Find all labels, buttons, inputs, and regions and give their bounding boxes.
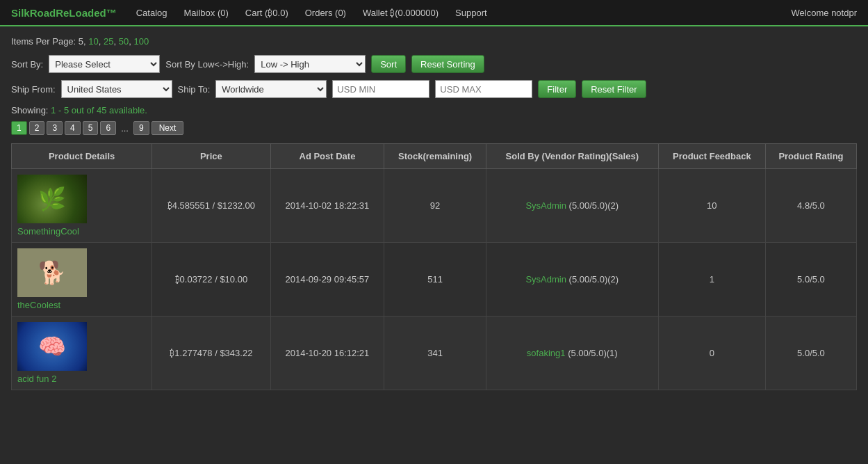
page-next[interactable]: Next [152, 121, 184, 135]
stock-cell-0: 92 [384, 169, 486, 243]
sort-button[interactable]: Sort [371, 55, 406, 73]
col-stock: Stock(remaining) [384, 144, 486, 169]
items-10[interactable]: 10 [88, 36, 98, 47]
items-per-page-row: Items Per Page: 5, 10, 25, 50, 100 [11, 36, 857, 47]
usd-max-input[interactable] [435, 80, 532, 98]
showing-row: Showing: 1 - 5 out of 45 available. [11, 105, 857, 115]
page-ellipsis: ... [118, 122, 131, 135]
price-cell-0: ₿4.585551 / $1232.00 [152, 169, 270, 243]
nav-orders[interactable]: Orders (0) [305, 8, 346, 18]
product-cell-0: 🌿 SomethingCool [12, 169, 152, 243]
reset-sorting-button[interactable]: Reset Sorting [411, 55, 484, 73]
vendor-cell-0: SysAdmin (5.00/5.0)(2) [486, 169, 658, 243]
table-row: 🧠 acid fun 2 ₿1.277478 / $343.222014-10-… [12, 317, 857, 390]
page-3[interactable]: 3 [47, 121, 63, 135]
product-name-1[interactable]: theCoolest [17, 300, 60, 310]
ship-from-select[interactable]: United States [61, 80, 172, 98]
catalog-table: Product Details Price Ad Post Date Stock… [11, 143, 857, 390]
brand[interactable]: SilkRoadReLoaded™ [11, 7, 117, 19]
col-price: Price [152, 144, 270, 169]
navbar: SilkRoadReLoaded™ Catalog Mailbox (0) Ca… [0, 0, 868, 26]
page-1[interactable]: 1 [11, 121, 27, 135]
items-50[interactable]: 50 [119, 36, 129, 47]
col-product-feedback: Product Feedback [658, 144, 765, 169]
page-4[interactable]: 4 [65, 121, 81, 135]
ship-from-label: Ship From: [11, 84, 56, 95]
filter-button[interactable]: Filter [538, 80, 576, 98]
main-content: Items Per Page: 5, 10, 25, 50, 100 Sort … [0, 26, 868, 400]
vendor-link-1[interactable]: SysAdmin [525, 274, 566, 285]
vendor-cell-2: sofaking1 (5.00/5.0)(1) [486, 317, 658, 390]
nav-support[interactable]: Support [455, 8, 487, 18]
ship-to-select[interactable]: Worldwide [215, 80, 327, 98]
feedback-cell-2: 0 [658, 317, 765, 390]
showing-label: Showing: [11, 105, 48, 115]
nav-cart[interactable]: Cart (₿0.0) [245, 8, 288, 18]
product-name-2[interactable]: acid fun 2 [17, 374, 56, 384]
vendor-link-2[interactable]: sofaking1 [527, 348, 566, 358]
col-product-details: Product Details [12, 144, 152, 169]
items-5: 5, [79, 36, 88, 47]
rating-cell-0: 4.8/5.0 [765, 169, 856, 243]
filter-row: Ship From: United States Ship To: Worldw… [11, 80, 857, 98]
nav-catalog[interactable]: Catalog [136, 8, 167, 18]
feedback-cell-0: 10 [658, 169, 765, 243]
sort-by-select[interactable]: Please Select [49, 55, 160, 73]
vendor-link-0[interactable]: SysAdmin [525, 200, 566, 211]
price-cell-1: ₿0.03722 / $10.00 [152, 243, 270, 317]
table-row: 🌿 SomethingCool ₿4.585551 / $1232.002014… [12, 169, 857, 243]
stock-cell-2: 341 [384, 317, 486, 390]
product-name-0[interactable]: SomethingCool [17, 226, 79, 237]
price-cell-2: ₿1.277478 / $343.22 [152, 317, 270, 390]
welcome-text: Welcome notdpr [792, 8, 857, 18]
vendor-cell-1: SysAdmin (5.00/5.0)(2) [486, 243, 658, 317]
sort-by-label: Sort By: [11, 59, 43, 70]
stock-cell-1: 511 [384, 243, 486, 317]
product-cell-2: 🧠 acid fun 2 [12, 317, 152, 390]
usd-min-input[interactable] [332, 80, 429, 98]
product-image-2[interactable]: 🧠 [17, 322, 87, 371]
date-cell-2: 2014-10-20 16:12:21 [270, 317, 384, 390]
items-100[interactable]: 100 [133, 36, 149, 47]
reset-filter-button[interactable]: Reset Filter [582, 80, 646, 98]
feedback-cell-1: 1 [658, 243, 765, 317]
product-image-1[interactable]: 🐕 [17, 248, 87, 297]
items-per-page-label: Items Per Page: [11, 36, 76, 47]
date-cell-1: 2014-09-29 09:45:57 [270, 243, 384, 317]
date-cell-0: 2014-10-02 18:22:31 [270, 169, 384, 243]
sort-low-high-label: Sort By Low<->High: [165, 59, 249, 70]
table-row: 🐕 theCoolest ₿0.03722 / $10.002014-09-29… [12, 243, 857, 317]
page-2[interactable]: 2 [29, 121, 45, 135]
nav-mailbox[interactable]: Mailbox (0) [184, 8, 229, 18]
page-9[interactable]: 9 [133, 121, 149, 135]
col-ad-post-date: Ad Post Date [270, 144, 384, 169]
sort-low-high-select[interactable]: Low -> High [254, 55, 366, 73]
items-25[interactable]: 25 [104, 36, 113, 47]
col-sold-by: Sold By (Vendor Rating)(Sales) [486, 144, 658, 169]
product-cell-1: 🐕 theCoolest [12, 243, 152, 317]
showing-range: 1 - 5 out of 45 available. [51, 105, 147, 115]
page-5[interactable]: 5 [83, 121, 99, 135]
sort-row: Sort By: Please Select Sort By Low<->Hig… [11, 55, 857, 73]
product-image-0[interactable]: 🌿 [17, 175, 87, 223]
nav-links: Catalog Mailbox (0) Cart (₿0.0) Orders (… [136, 8, 792, 18]
page-6[interactable]: 6 [100, 121, 116, 135]
ship-to-label: Ship To: [178, 84, 211, 95]
col-product-rating: Product Rating [765, 144, 856, 169]
pagination: 1 2 3 4 5 6 ... 9 Next [11, 121, 857, 135]
rating-cell-2: 5.0/5.0 [765, 317, 856, 390]
nav-wallet[interactable]: Wallet ₿(0.000000) [363, 8, 439, 18]
table-header-row: Product Details Price Ad Post Date Stock… [12, 144, 857, 169]
rating-cell-1: 5.0/5.0 [765, 243, 856, 317]
